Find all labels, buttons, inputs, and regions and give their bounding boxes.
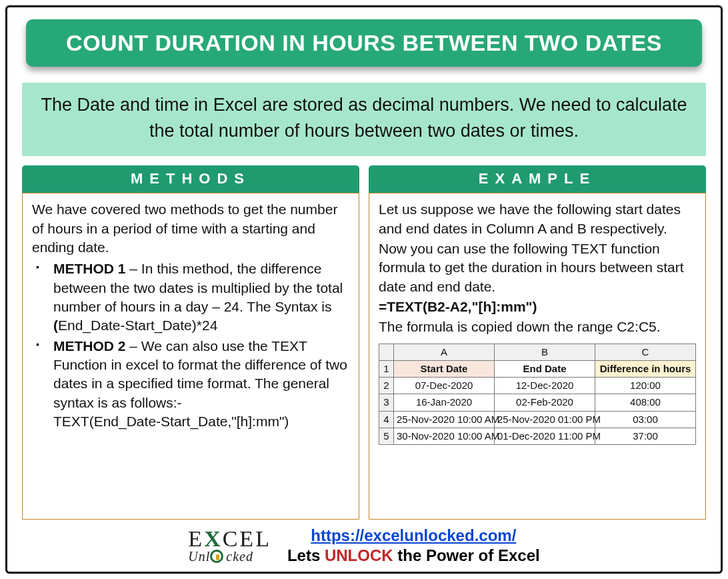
xl-cell: 408:00 bbox=[595, 394, 696, 411]
xl-cell: 25-Nov-2020 10:00 AM bbox=[394, 411, 495, 428]
logo-bottom-post: cked bbox=[226, 549, 253, 564]
xl-cell: 01-Dec-2020 11:00 PM bbox=[495, 428, 595, 444]
tagline: Lets UNLOCK the Power of Excel bbox=[287, 546, 540, 565]
xl-cell: 03:00 bbox=[595, 411, 696, 428]
xl-cell: 02-Feb-2020 bbox=[495, 394, 595, 411]
xl-header-diff: Difference in hours bbox=[595, 360, 696, 377]
xl-cell: 37:00 bbox=[595, 428, 696, 444]
method-1-syntax-open: ( bbox=[53, 318, 58, 333]
xl-corner bbox=[379, 344, 394, 360]
method-1: METHOD 1 – In this method, the differenc… bbox=[32, 259, 349, 335]
example-p3: The formula is copied down the range C2:… bbox=[379, 318, 696, 336]
methods-lead: We have covered two methods to get the n… bbox=[32, 200, 349, 257]
tag-post: the Power of Excel bbox=[393, 546, 540, 564]
table-row: 3 16-Jan-2020 02-Feb-2020 408:00 bbox=[379, 394, 696, 411]
example-p2: Now you can use the following TEXT funct… bbox=[379, 239, 696, 296]
content-columns: METHODS We have covered two methods to g… bbox=[22, 165, 706, 520]
xl-rownum: 3 bbox=[379, 394, 394, 411]
xl-cell: 30-Nov-2020 10:00 AM bbox=[394, 428, 495, 444]
tag-unlock: UNLOCK bbox=[325, 546, 393, 564]
xl-rownum: 5 bbox=[379, 428, 394, 444]
document-frame: COUNT DURATION IN HOURS BETWEEN TWO DATE… bbox=[5, 5, 723, 574]
xl-cell: 07-Dec-2020 bbox=[394, 378, 495, 394]
example-formula: =TEXT(B2-A2,"[h]:mm") bbox=[379, 298, 696, 316]
xl-cell: 120:00 bbox=[595, 378, 696, 394]
tag-pre: Lets bbox=[287, 546, 325, 564]
footer: EXCEL Unlcked https://excelunlocked.com/… bbox=[22, 526, 706, 565]
xl-rownum: 4 bbox=[379, 411, 394, 428]
footer-text: https://excelunlocked.com/ Lets UNLOCK t… bbox=[287, 526, 540, 565]
table-row: 4 25-Nov-2020 10:00 AM 25-Nov-2020 01:00… bbox=[379, 411, 696, 428]
method-2: METHOD 2 – We can also use the TEXT Func… bbox=[32, 337, 349, 432]
page-title: COUNT DURATION IN HOURS BETWEEN TWO DATE… bbox=[26, 19, 702, 67]
method-1-syntax: End_Date-Start_Date)*24 bbox=[58, 318, 217, 333]
methods-heading: METHODS bbox=[22, 165, 359, 193]
method-2-syntax: TEXT(End_Date-Start_Date,"[h]:mm") bbox=[53, 414, 289, 429]
xl-row-1: 1 bbox=[379, 360, 394, 377]
table-row: 2 07-Dec-2020 12-Dec-2020 120:00 bbox=[379, 378, 696, 394]
site-link[interactable]: https://excelunlocked.com/ bbox=[311, 526, 516, 544]
excel-table: A B C 1 Start Date End Date Difference i… bbox=[379, 344, 696, 446]
xl-cell: 25-Nov-2020 01:00 PM bbox=[495, 411, 595, 428]
method-2-label: METHOD 2 bbox=[53, 338, 126, 354]
intro-text: The Date and time in Excel are stored as… bbox=[22, 83, 706, 156]
xl-header-start: Start Date bbox=[394, 360, 495, 377]
method-1-label: METHOD 1 bbox=[53, 261, 126, 276]
xl-col-b: B bbox=[495, 344, 595, 360]
xl-cell: 12-Dec-2020 bbox=[495, 378, 595, 394]
brand-logo: EXCEL Unlcked bbox=[188, 528, 271, 563]
methods-column: METHODS We have covered two methods to g… bbox=[22, 165, 359, 520]
xl-header-end: End Date bbox=[495, 360, 595, 377]
example-body: Let us suppose we have the following sta… bbox=[369, 193, 706, 520]
lock-icon bbox=[210, 550, 223, 563]
table-row: 5 30-Nov-2020 10:00 AM 01-Dec-2020 11:00… bbox=[379, 428, 696, 444]
methods-body: We have covered two methods to get the n… bbox=[22, 193, 359, 520]
example-p1: Let us suppose we have the following sta… bbox=[379, 200, 696, 238]
logo-bottom-pre: Unl bbox=[188, 549, 210, 564]
xl-col-c: C bbox=[595, 344, 696, 360]
xl-cell: 16-Jan-2020 bbox=[394, 394, 495, 411]
example-column: EXAMPLE Let us suppose we have the follo… bbox=[369, 165, 706, 520]
xl-col-a: A bbox=[394, 344, 495, 360]
xl-rownum: 2 bbox=[379, 378, 394, 394]
example-heading: EXAMPLE bbox=[369, 165, 706, 193]
